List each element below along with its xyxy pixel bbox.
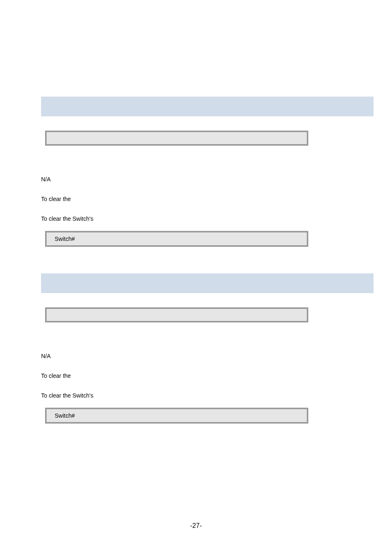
parameters-text-2: N/A <box>41 353 374 359</box>
syntax-code-box-2 <box>45 308 308 322</box>
default-text-2: To clear the <box>41 372 374 379</box>
section-header-1 <box>41 97 374 116</box>
usage-text-1: To clear the Switch's <box>41 215 374 222</box>
default-text-1: To clear the <box>41 196 374 202</box>
example-code-box-1: Switch# <box>45 231 308 247</box>
section-header-2 <box>41 273 374 293</box>
example-code-box-2: Switch# <box>45 408 308 423</box>
usage-text-2: To clear the Switch's <box>41 392 374 399</box>
parameters-text-1: N/A <box>41 176 374 183</box>
page-number: -27- <box>0 522 392 530</box>
syntax-code-box-1 <box>45 131 308 146</box>
